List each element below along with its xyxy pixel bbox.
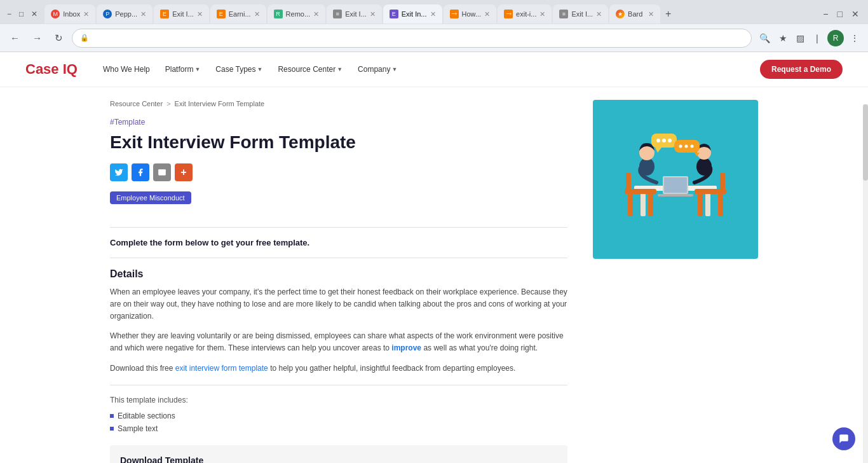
site-nav: Who We Help Platform ▼ Case Types ▼ Reso… xyxy=(97,61,760,78)
article-title: Exit Interview Form Template xyxy=(110,132,567,153)
form-cta-text: Complete the form below to get your free… xyxy=(110,238,567,247)
svg-rect-6 xyxy=(626,173,631,192)
case-types-dropdown-icon: ▼ xyxy=(257,66,263,73)
platform-dropdown-icon: ▼ xyxy=(194,66,200,73)
tab-bard[interactable]: ★ Bard ✕ xyxy=(609,4,660,24)
divider-2 xyxy=(110,258,567,258)
exit-interview-form-link[interactable]: exit interview form template xyxy=(175,364,268,373)
bullet-item-2: Sample text xyxy=(110,422,567,435)
tab-remo[interactable]: R Remo... ✕ xyxy=(268,4,326,24)
site-header: Case IQ Who We Help Platform ▼ Case Type… xyxy=(0,52,868,87)
svg-point-26 xyxy=(685,145,688,148)
refresh-button[interactable]: ↻ xyxy=(51,31,67,45)
bullet-icon-2 xyxy=(110,427,114,431)
browser-window: − □ ✕ M Inbox ✕ P Pepp... ✕ E Exit I... … xyxy=(0,0,868,463)
svg-point-25 xyxy=(679,145,682,148)
tab-bar: − □ ✕ M Inbox ✕ P Pepp... ✕ E Exit I... … xyxy=(0,0,868,24)
tab-exit-slug[interactable]: 🡒 exit-i... ✕ xyxy=(498,4,552,24)
window-restore-btn[interactable]: □ xyxy=(835,8,845,20)
svg-point-27 xyxy=(691,145,694,148)
svg-rect-2 xyxy=(705,191,710,216)
nav-who-we-help[interactable]: Who We Help xyxy=(97,61,156,78)
profile-split-icon[interactable]: ❘ xyxy=(811,32,824,45)
address-bar[interactable]: 🔒 caseiq.com/resources/exit-interview-fo… xyxy=(72,29,752,48)
tab-how[interactable]: 🡒 How... ✕ xyxy=(444,4,497,24)
extensions-icon[interactable]: ▨ xyxy=(794,32,807,45)
tab-exit2[interactable]: ≡ Exit I... ✕ xyxy=(327,4,382,24)
bookmark-icon[interactable]: ★ xyxy=(776,32,790,45)
url-input[interactable]: caseiq.com/resources/exit-interview-form… xyxy=(93,34,743,43)
window-minimize-btn[interactable]: − xyxy=(820,8,831,20)
details-title: Details xyxy=(110,268,567,280)
svg-marker-19 xyxy=(655,148,661,153)
svg-point-20 xyxy=(656,139,660,142)
download-box-title: Download Template xyxy=(120,455,557,463)
window-close-btn[interactable]: ✕ xyxy=(849,8,862,20)
tab-exit-active[interactable]: E Exit In... ✕ xyxy=(383,4,442,24)
company-dropdown-icon: ▼ xyxy=(391,66,397,73)
tab-pepperoni[interactable]: P Pepp... ✕ xyxy=(97,4,153,24)
chat-widget-button[interactable] xyxy=(832,427,855,450)
forward-button[interactable]: → xyxy=(29,31,46,45)
resource-center-dropdown-icon: ▼ xyxy=(337,66,342,73)
article-tag: #Template xyxy=(110,118,567,127)
bullet-icon-1 xyxy=(110,414,114,418)
paragraph-1: When an employee leaves your company, it… xyxy=(110,286,567,323)
svg-rect-9 xyxy=(718,194,723,216)
content-right xyxy=(593,100,758,463)
category-badge[interactable]: Employee Misconduct xyxy=(110,191,191,204)
window-maximize[interactable]: □ xyxy=(16,8,27,20)
nav-bar: ← → ↻ 🔒 caseiq.com/resources/exit-interv… xyxy=(0,24,868,52)
hero-image xyxy=(593,100,758,259)
tab-exit1[interactable]: E Exit I... ✕ xyxy=(154,4,209,24)
plus-share-button[interactable]: + xyxy=(175,163,193,181)
nav-resource-center[interactable]: Resource Center ▼ xyxy=(271,61,349,78)
social-icons: + xyxy=(110,163,567,181)
menu-icon[interactable]: ⋮ xyxy=(848,32,862,45)
search-icon[interactable]: 🔍 xyxy=(757,32,773,45)
nav-case-types[interactable]: Case Types ▼ xyxy=(209,61,269,78)
facebook-share-button[interactable] xyxy=(132,163,149,181)
svg-rect-4 xyxy=(628,194,633,216)
interview-illustration xyxy=(606,116,745,243)
download-template-box: Download Template xyxy=(110,445,567,463)
email-share-button[interactable] xyxy=(153,163,171,181)
svg-rect-10 xyxy=(720,173,725,192)
new-tab-button[interactable]: + xyxy=(661,8,675,20)
tab-earni[interactable]: E Earni... ✕ xyxy=(210,4,266,24)
scrollbar-thumb[interactable] xyxy=(863,104,868,181)
site-logo[interactable]: Case IQ xyxy=(25,61,78,78)
svg-rect-12 xyxy=(664,177,687,193)
nav-company[interactable]: Company ▼ xyxy=(351,61,403,78)
divider-3 xyxy=(110,385,567,385)
svg-rect-1 xyxy=(641,191,646,216)
bullet-list: Editable sections Sample text xyxy=(110,410,567,435)
template-includes-label: This template includes: xyxy=(110,396,567,404)
lock-icon: 🔒 xyxy=(80,34,89,42)
bullet-item-1: Editable sections xyxy=(110,410,567,422)
main-content: Resource Center > Exit Interview Form Te… xyxy=(85,87,783,463)
page-content: Case IQ Who We Help Platform ▼ Case Type… xyxy=(0,52,868,463)
svg-rect-13 xyxy=(658,194,693,197)
svg-point-21 xyxy=(662,139,666,142)
back-button[interactable]: ← xyxy=(6,31,24,45)
request-demo-button[interactable]: Request a Demo xyxy=(760,60,843,79)
tab-exit3[interactable]: ≡ Exit I... ✕ xyxy=(553,4,608,24)
svg-rect-8 xyxy=(698,194,703,216)
nav-icons: 🔍 ★ ▨ ❘ R ⋮ xyxy=(757,30,862,46)
scrollbar[interactable] xyxy=(863,104,868,463)
nav-platform[interactable]: Platform ▼ xyxy=(159,61,207,78)
profile-avatar[interactable]: R xyxy=(827,30,844,46)
breadcrumb-separator: > xyxy=(166,100,170,107)
window-close[interactable]: ✕ xyxy=(28,8,41,20)
twitter-share-button[interactable] xyxy=(110,163,128,181)
paragraph-3: Download this free exit interview form t… xyxy=(110,363,567,375)
svg-rect-5 xyxy=(648,194,653,216)
content-left: Resource Center > Exit Interview Form Te… xyxy=(110,100,567,463)
svg-point-22 xyxy=(668,139,672,142)
divider-1 xyxy=(110,227,567,228)
window-minimize[interactable]: − xyxy=(4,8,15,20)
breadcrumb: Resource Center > Exit Interview Form Te… xyxy=(110,100,567,107)
tab-gmail[interactable]: M Inbox ✕ xyxy=(44,4,95,24)
breadcrumb-resource-center[interactable]: Resource Center xyxy=(110,100,163,107)
